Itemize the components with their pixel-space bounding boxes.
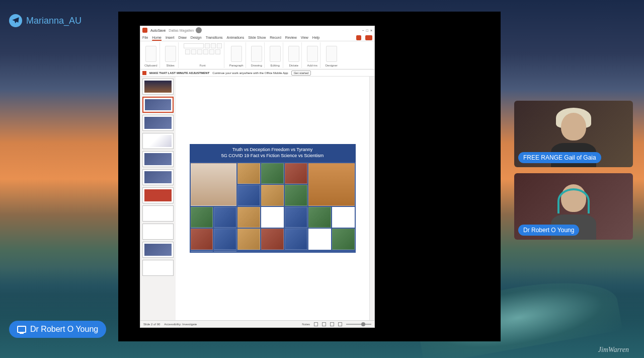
thumb-4[interactable] bbox=[142, 133, 174, 149]
designer-button[interactable] bbox=[326, 46, 337, 62]
slide-image bbox=[261, 229, 284, 250]
info-banner: MAKE THAT LAST MINUTE ADJUSTMENT Continu… bbox=[140, 69, 374, 77]
monitor-icon bbox=[17, 326, 26, 333]
artist-signature: JimWarren bbox=[598, 346, 629, 354]
thumb-8[interactable] bbox=[142, 205, 174, 222]
participant-tile[interactable]: Dr Robert O Young bbox=[514, 173, 633, 240]
group-paragraph: Paragraph bbox=[227, 42, 246, 68]
telegram-watermark: Marianna_AU bbox=[9, 14, 82, 27]
group-clipboard: Clipboard bbox=[142, 42, 160, 68]
participant-name-tag: Dr Robert O Young bbox=[518, 225, 579, 236]
slide-image bbox=[191, 163, 237, 206]
ribbon-tabs: File Home Insert Draw Design Transitions… bbox=[140, 34, 374, 41]
grow-font-button[interactable] bbox=[211, 43, 216, 48]
share-button[interactable] bbox=[365, 35, 372, 40]
thumb-10[interactable] bbox=[142, 242, 174, 258]
slide-image bbox=[214, 229, 236, 250]
accessibility-status[interactable]: Accessibility: Investigate bbox=[164, 323, 197, 326]
editor-area: Truth vs Deception Freedom vs Tyranny 5G… bbox=[140, 77, 374, 320]
slide-title-line2: 5G COVID 19 Fact vs Fiction Science vs S… bbox=[192, 153, 354, 159]
tab-view[interactable]: View bbox=[301, 36, 308, 39]
bold-button[interactable] bbox=[185, 49, 190, 54]
thumb-3[interactable] bbox=[142, 115, 174, 131]
zoom-slider[interactable] bbox=[346, 324, 371, 325]
group-editing: Editing bbox=[268, 42, 283, 68]
tab-file[interactable]: File bbox=[142, 36, 148, 39]
slide-image bbox=[261, 207, 284, 228]
normal-view-icon[interactable] bbox=[314, 322, 318, 326]
slide-thumbnails[interactable] bbox=[140, 77, 176, 320]
titlebar: AutoSave Dallas Magallen − □ × bbox=[140, 26, 374, 34]
slide-image bbox=[191, 229, 213, 250]
font-color-button[interactable] bbox=[209, 49, 214, 54]
group-label: Slides bbox=[167, 64, 175, 67]
ribbon: Clipboard Slides bbox=[140, 41, 374, 69]
group-label: Clipboard bbox=[144, 64, 157, 67]
tab-design[interactable]: Design bbox=[191, 36, 202, 39]
tab-review[interactable]: Review bbox=[285, 36, 297, 39]
font-size-input[interactable] bbox=[205, 43, 210, 48]
new-slide-button[interactable] bbox=[165, 46, 176, 62]
tab-draw[interactable]: Draw bbox=[178, 36, 186, 39]
group-label: Add-ins bbox=[307, 64, 317, 67]
record-button[interactable] bbox=[356, 35, 361, 40]
minimize-icon[interactable]: − bbox=[362, 29, 364, 32]
slide-image bbox=[237, 163, 260, 184]
group-font: Font bbox=[182, 42, 224, 68]
slide-title: Truth vs Deception Freedom vs Tyranny 5G… bbox=[190, 144, 356, 162]
window-controls: − □ × bbox=[362, 29, 372, 32]
drawing-button[interactable] bbox=[251, 46, 262, 62]
slide-content[interactable]: Truth vs Deception Freedom vs Tyranny 5G… bbox=[190, 144, 356, 252]
editing-button[interactable] bbox=[270, 46, 281, 62]
slide-body bbox=[190, 162, 356, 253]
presenter-label: Dr Robert O Young bbox=[9, 321, 106, 338]
thumb-6[interactable] bbox=[142, 169, 174, 185]
maximize-icon[interactable]: □ bbox=[366, 29, 368, 32]
vertical-scrollbar[interactable] bbox=[369, 77, 374, 320]
highlight-button[interactable] bbox=[215, 49, 220, 54]
shrink-font-button[interactable] bbox=[217, 43, 222, 48]
tab-slideshow[interactable]: Slide Show bbox=[248, 36, 266, 39]
tab-record[interactable]: Record bbox=[270, 36, 281, 39]
slide-image bbox=[285, 207, 307, 228]
tab-help[interactable]: Help bbox=[312, 36, 319, 39]
group-label: Designer bbox=[326, 64, 338, 67]
addins-button[interactable] bbox=[307, 46, 318, 62]
slideshow-view-icon[interactable] bbox=[338, 322, 342, 326]
tab-animations[interactable]: Animations bbox=[227, 36, 245, 39]
strike-button[interactable] bbox=[203, 49, 208, 54]
slide-image bbox=[214, 207, 236, 228]
thumb-11[interactable] bbox=[142, 260, 174, 276]
thumb-9[interactable] bbox=[142, 224, 174, 240]
thumb-7[interactable] bbox=[142, 187, 174, 203]
underline-button[interactable] bbox=[197, 49, 202, 54]
presenter-name: Dr Robert O Young bbox=[30, 325, 98, 334]
participant-tile[interactable]: FREE RANGE Gail of Gaia bbox=[514, 101, 633, 167]
banner-text: Continue your work anywhere with the Off… bbox=[212, 71, 288, 75]
thumb-2[interactable] bbox=[142, 97, 174, 113]
powerpoint-window: AutoSave Dallas Magallen − □ × File Home… bbox=[140, 26, 375, 328]
slide-image bbox=[237, 207, 260, 228]
close-icon[interactable]: × bbox=[370, 29, 372, 32]
tab-insert[interactable]: Insert bbox=[166, 36, 175, 39]
statusbar: Slide 2 of 90 Accessibility: Investigate… bbox=[140, 320, 374, 327]
paragraph-button[interactable] bbox=[231, 46, 242, 62]
sorter-view-icon[interactable] bbox=[322, 322, 326, 326]
thumb-1[interactable] bbox=[142, 79, 174, 95]
slide-canvas[interactable]: Truth vs Deception Freedom vs Tyranny 5G… bbox=[176, 77, 369, 320]
dictate-button[interactable] bbox=[288, 46, 299, 62]
tab-home[interactable]: Home bbox=[152, 36, 162, 39]
notes-button[interactable]: Notes bbox=[302, 323, 310, 326]
font-family-input[interactable] bbox=[184, 43, 204, 48]
paste-button[interactable] bbox=[145, 46, 156, 62]
italic-button[interactable] bbox=[191, 49, 196, 54]
slide-title-line1: Truth vs Deception Freedom vs Tyranny bbox=[192, 147, 354, 153]
slide-image bbox=[285, 163, 307, 184]
slide-image bbox=[332, 229, 355, 250]
tab-transitions[interactable]: Transitions bbox=[206, 36, 223, 39]
reading-view-icon[interactable] bbox=[330, 322, 334, 326]
banner-button[interactable]: Get started bbox=[291, 70, 311, 76]
autosave-label: AutoSave bbox=[150, 29, 166, 32]
thumb-5[interactable] bbox=[142, 151, 174, 167]
group-label: Editing bbox=[271, 64, 280, 67]
